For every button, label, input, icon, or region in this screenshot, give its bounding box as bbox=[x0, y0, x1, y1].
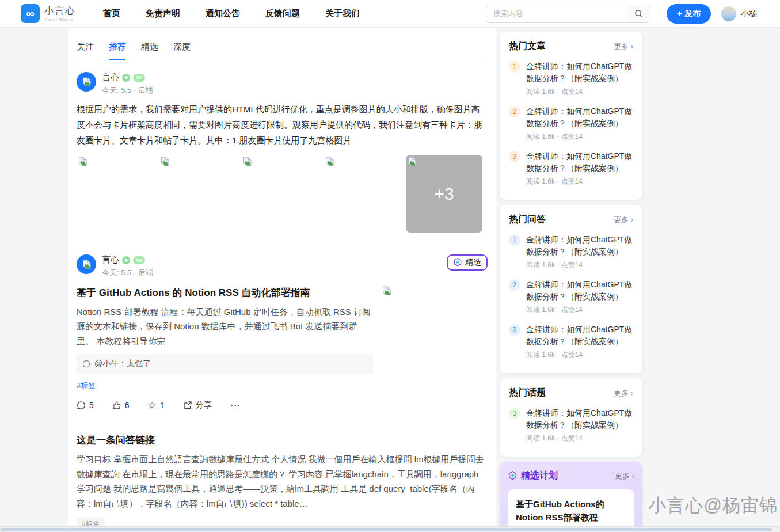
hot-qa-item[interactable]: 1 金牌讲师：如何用ChatGPT做数据分析？（附实战案例） 阅读 1.6k ·… bbox=[509, 234, 633, 270]
hot-articles-title: 热门文章 bbox=[509, 40, 546, 52]
post-thumbnail[interactable] bbox=[373, 286, 488, 374]
like-count: 6 bbox=[125, 401, 130, 410]
brand-name: 小言心 bbox=[44, 5, 75, 17]
nav-item-disclaimer[interactable]: 免责声明 bbox=[146, 8, 180, 19]
hot-item-meta: 阅读 1.6k · 点赞14 bbox=[526, 434, 633, 443]
author-name[interactable]: 言心 bbox=[102, 72, 119, 83]
page: ∞ 小言心 Small Words 首页 免责声明 通知公告 反馈问题 关于我们… bbox=[0, 0, 780, 532]
search-button[interactable] bbox=[627, 5, 650, 22]
post-body-text: 根据用户的需求，我们需要对用户提供的HTML代码进行优化，重点是调整图片的大小和… bbox=[77, 101, 488, 148]
post-actions: 5 6 ☆ 1 分享 ⋯ bbox=[77, 399, 488, 412]
hot-article-item[interactable]: 2 金牌讲师：如何用ChatGPT做数据分析？（附实战案例） 阅读 1.6k ·… bbox=[509, 105, 633, 142]
post-content: 基于 GitHub Actions 的 Notion RSS 自动化部署指南 N… bbox=[77, 286, 488, 374]
user-menu[interactable]: 小杨 bbox=[721, 6, 757, 21]
brand-logo-icon: ∞ bbox=[21, 4, 40, 23]
post-tag-link[interactable]: #标签 bbox=[77, 381, 96, 391]
author-name[interactable]: 言心 bbox=[102, 254, 119, 265]
author-avatar[interactable] bbox=[77, 254, 96, 274]
rank-badge: 2 bbox=[509, 106, 520, 117]
rank-badge: 3 bbox=[509, 408, 520, 419]
author-info: 言心 ◆ V2 今天: 5.5 · 后端 bbox=[102, 72, 153, 96]
nav-item-feedback[interactable]: 反馈问题 bbox=[265, 8, 300, 19]
comment-bubble-icon bbox=[82, 360, 90, 368]
more-actions-button[interactable]: ⋯ bbox=[230, 399, 242, 412]
nav-item-about[interactable]: 关于我们 bbox=[325, 8, 360, 19]
verified-icon: ◆ bbox=[122, 256, 130, 264]
featured-plan-list: 基于GitHub Actions的Notion RSS部署教程 5分钟掌握自动化… bbox=[508, 489, 634, 532]
post-title[interactable]: 基于 GitHub Actions 的 Notion RSS 自动化部署指南 bbox=[77, 286, 373, 300]
rank-badge: 1 bbox=[509, 234, 520, 246]
tab-follow[interactable]: 关注 bbox=[77, 41, 94, 60]
feed-column: 关注 推荐 精选 深度 言心 ◆ V2 今天: 5.5 · 后端 bbox=[68, 28, 496, 526]
publish-button[interactable]: + 发布 bbox=[667, 4, 711, 24]
hot-item-meta: 阅读 1.6k · 点赞14 bbox=[526, 132, 633, 142]
more-images-overlay[interactable]: +3 bbox=[406, 155, 482, 233]
hot-qa-more-link[interactable]: 更多 › bbox=[614, 215, 633, 225]
hot-item-title: 金牌讲师：如何用ChatGPT做数据分析？（附实战案例） bbox=[526, 407, 633, 431]
main-nav: 首页 免责声明 通知公告 反馈问题 关于我们 bbox=[103, 8, 385, 19]
hot-item-title: 金牌讲师：如何用ChatGPT做数据分析？（附实战案例） bbox=[526, 234, 633, 258]
post-image[interactable] bbox=[159, 155, 235, 233]
post-excerpt: 学习目标 掌握市面上自然語言查詢數據庫最佳方式 个人情况 我做一個用戶在輸入框提… bbox=[77, 452, 488, 511]
rank-badge: 2 bbox=[509, 279, 520, 291]
hexagon-star-icon bbox=[508, 471, 518, 481]
post-moments: 言心 ◆ V2 今天: 5.5 · 后端 根据用户的需求，我们需要对用户提供的H… bbox=[77, 60, 488, 243]
quote-text: @小牛：太强了 bbox=[94, 359, 151, 369]
comment-button[interactable]: 5 bbox=[77, 401, 94, 410]
post-image[interactable] bbox=[241, 155, 318, 233]
hot-qa-item[interactable]: 3 金牌讲师：如何用ChatGPT做数据分析？（附实战案例） 阅读 1.6k ·… bbox=[509, 324, 633, 360]
post-text-column: 基于 GitHub Actions 的 Notion RSS 自动化部署指南 N… bbox=[77, 286, 373, 374]
hot-articles-more-link[interactable]: 更多 › bbox=[614, 41, 633, 52]
tab-recommend[interactable]: 推荐 bbox=[109, 41, 126, 60]
share-button[interactable]: 分享 bbox=[183, 400, 212, 411]
user-name: 小杨 bbox=[741, 9, 757, 19]
broken-image-icon bbox=[243, 157, 252, 166]
post-header: 言心 ◆ V2 今天: 5.5 · 后端 精选 bbox=[77, 254, 488, 278]
verified-icon: ◆ bbox=[122, 74, 130, 82]
watermark: 小言心@杨宙锦 bbox=[649, 493, 778, 518]
post-title[interactable]: 这是一条问答链接 bbox=[77, 434, 488, 447]
star-icon: ☆ bbox=[148, 401, 157, 411]
featured-badge[interactable]: 精选 bbox=[447, 254, 488, 271]
like-button[interactable]: 6 bbox=[112, 401, 130, 410]
brand-text: 小言心 Small Words bbox=[44, 5, 75, 22]
search-input[interactable] bbox=[486, 5, 627, 22]
tab-deep[interactable]: 深度 bbox=[173, 41, 191, 60]
hot-article-item[interactable]: 1 金牌讲师：如何用ChatGPT做数据分析？（附实战案例） 阅读 1.6k ·… bbox=[509, 60, 633, 97]
scrollbar-thumb[interactable] bbox=[1, 528, 772, 531]
more-images-count: +3 bbox=[406, 155, 482, 233]
broken-image-icon bbox=[161, 157, 169, 166]
brand[interactable]: ∞ 小言心 Small Words bbox=[21, 4, 75, 23]
post-image[interactable] bbox=[324, 155, 400, 233]
feed-tabs: 关注 推荐 精选 深度 bbox=[77, 41, 488, 60]
rank-badge: 3 bbox=[509, 151, 520, 162]
hot-topics-card: 热门话题 更多 › 3 金牌讲师：如何用ChatGPT做数据分析？（附实战案例）… bbox=[500, 378, 642, 457]
nav-item-home[interactable]: 首页 bbox=[103, 8, 120, 19]
hot-topic-item[interactable]: 3 金牌讲师：如何用ChatGPT做数据分析？（附实战案例） 阅读 1.6k ·… bbox=[509, 407, 633, 443]
post-meta: 今天: 5.5 · 后端 bbox=[102, 85, 153, 96]
comment-icon bbox=[77, 401, 86, 410]
post-excerpt: Notion RSS 部署教程 流程：每天通过 GitHub 定时任务，自动抓取… bbox=[77, 305, 373, 349]
tab-featured[interactable]: 精选 bbox=[141, 41, 158, 60]
hot-articles-card: 热门文章 更多 › 1 金牌讲师：如何用ChatGPT做数据分析？（附实战案例）… bbox=[500, 32, 642, 200]
featured-plan-more-link[interactable]: 更多 › bbox=[615, 471, 634, 481]
plus-icon: + bbox=[677, 9, 682, 19]
broken-image-icon bbox=[325, 157, 334, 166]
hot-item-title: 金牌讲师：如何用ChatGPT做数据分析？（附实战案例） bbox=[526, 60, 633, 85]
featured-plan-card: 精选计划 更多 › 基于GitHub Actions的Notion RSS部署教… bbox=[500, 462, 642, 532]
hot-qa-item[interactable]: 2 金牌讲师：如何用ChatGPT做数据分析？（附实战案例） 阅读 1.6k ·… bbox=[509, 279, 633, 315]
hot-item-title: 金牌讲师：如何用ChatGPT做数据分析？（附实战案例） bbox=[526, 105, 633, 130]
post-image[interactable] bbox=[77, 155, 153, 233]
hot-article-item[interactable]: 3 金牌讲师：如何用ChatGPT做数据分析？（附实战案例） 阅读 1.6k ·… bbox=[509, 150, 633, 187]
comment-count: 5 bbox=[89, 401, 94, 410]
hot-topics-more-link[interactable]: 更多 › bbox=[614, 388, 633, 398]
horizontal-scrollbar[interactable] bbox=[0, 526, 780, 532]
hot-item-meta: 阅读 1.6k · 点赞14 bbox=[526, 350, 633, 360]
user-avatar[interactable] bbox=[721, 6, 736, 21]
top-navbar: ∞ 小言心 Small Words 首页 免责声明 通知公告 反馈问题 关于我们… bbox=[0, 0, 780, 28]
hot-comment-quote[interactable]: @小牛：太强了 bbox=[77, 354, 373, 374]
star-button[interactable]: ☆ 1 bbox=[148, 401, 165, 411]
author-avatar[interactable] bbox=[77, 72, 96, 92]
nav-item-notice[interactable]: 通知公告 bbox=[206, 8, 240, 19]
hot-qa-title: 热门问答 bbox=[509, 214, 546, 226]
